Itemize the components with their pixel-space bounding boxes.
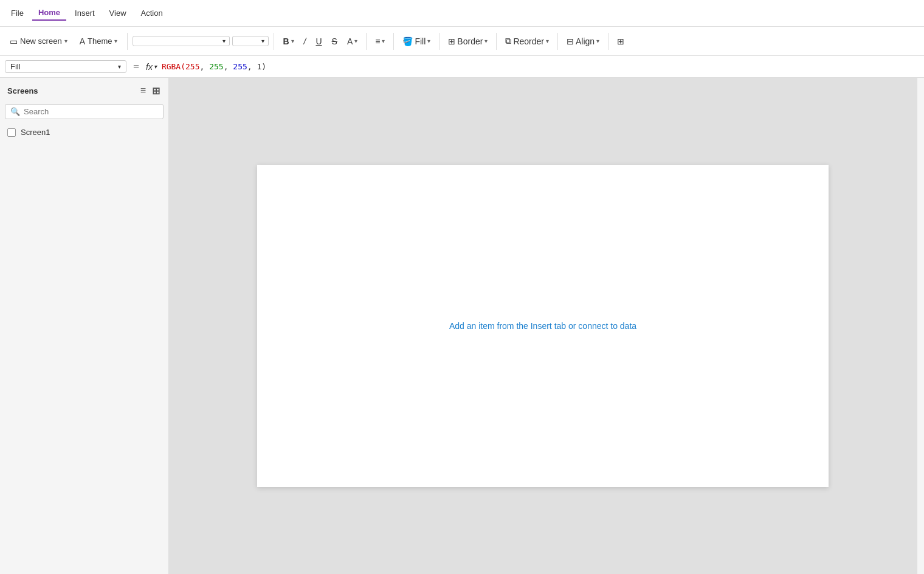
separator-5 — [439, 33, 440, 50]
sidebar-header: Screens ≡ ⊞ — [0, 78, 168, 104]
theme-label: Theme — [88, 36, 112, 46]
menu-bar: File Home Insert View Action — [0, 0, 924, 27]
formula-input-area[interactable]: RGBA(255, 255, 255, 1) — [162, 62, 919, 71]
theme-button[interactable]: A Theme ▾ — [75, 34, 123, 49]
underline-button[interactable]: U — [312, 34, 325, 49]
separator-3 — [366, 33, 367, 50]
italic-button[interactable]: / — [300, 34, 310, 49]
grid-view-icon[interactable]: ⊞ — [151, 84, 161, 98]
strikethrough-button[interactable]: S — [328, 34, 341, 49]
align2-label: Align — [576, 36, 595, 46]
separator-4 — [393, 33, 394, 50]
strikethrough-label: S — [332, 36, 337, 46]
screens-title: Screens — [7, 86, 38, 95]
bold-chevron-icon: ▾ — [291, 38, 294, 44]
bold-label: B — [283, 36, 289, 46]
fx-label: fx — [146, 62, 153, 72]
formula-comma1: , — [200, 62, 210, 71]
align2-icon: ⊟ — [567, 36, 574, 46]
list-view-icon[interactable]: ≡ — [139, 84, 147, 98]
fill-button[interactable]: 🪣 Fill ▾ — [399, 34, 434, 49]
search-input[interactable] — [24, 107, 158, 116]
reorder-icon: ⧉ — [505, 36, 511, 46]
italic-label: / — [304, 36, 306, 46]
canvas-content[interactable]: Add an item from the Insert tab or conne… — [257, 165, 829, 487]
new-screen-button[interactable]: ▭ New screen ▾ — [5, 34, 72, 49]
font-color-label: A — [347, 36, 353, 46]
formula-comma2: , — [224, 62, 233, 71]
screen-item[interactable]: Screen1 — [0, 124, 168, 140]
new-screen-icon: ▭ — [10, 36, 18, 46]
main-layout: Screens ≡ ⊞ 🔍 Screen1 Add an item from t… — [0, 78, 924, 574]
separator-7 — [557, 33, 558, 50]
connect-hint-link[interactable]: connect to data — [578, 321, 636, 331]
separator-2 — [274, 33, 274, 50]
formula-bar: Fill ▾ ＝ fx ▾ RGBA(255, 255, 255, 1) — [0, 56, 924, 78]
separator-1 — [127, 33, 128, 50]
separator-8 — [608, 33, 609, 50]
size-selector[interactable]: ▾ — [232, 36, 269, 46]
sidebar-header-icons: ≡ ⊞ — [139, 84, 161, 98]
toolbar: ▭ New screen ▾ A Theme ▾ ▾ ▾ B ▾ / U S A… — [0, 27, 924, 56]
font-color-button[interactable]: A ▾ — [343, 34, 361, 49]
align2-button[interactable]: ⊟ Align ▾ — [563, 34, 603, 49]
name-box-chevron-icon: ▾ — [118, 63, 121, 70]
formula-rgba-b: 255 — [233, 62, 247, 71]
font-color-chevron-icon: ▾ — [354, 38, 357, 44]
insert-hint-link[interactable]: Add an item from the Insert tab — [449, 321, 566, 331]
menu-home[interactable]: Home — [32, 5, 66, 21]
align-button[interactable]: ≡ ▾ — [371, 34, 388, 49]
align2-chevron-icon: ▾ — [596, 38, 599, 44]
size-chevron-icon: ▾ — [261, 38, 264, 44]
reorder-chevron-icon: ▾ — [546, 38, 549, 44]
formula-comma3: , — [247, 62, 257, 71]
formula-rgba-g: 255 — [209, 62, 223, 71]
border-button[interactable]: ⊞ Border ▾ — [444, 34, 491, 49]
formula-rgba-a: 1) — [257, 62, 266, 71]
sidebar: Screens ≡ ⊞ 🔍 Screen1 — [0, 78, 169, 574]
formula-equals-btn[interactable]: ＝ — [131, 60, 141, 73]
theme-chevron-icon: ▾ — [114, 38, 117, 44]
fill-icon: 🪣 — [402, 36, 413, 46]
border-chevron-icon: ▾ — [484, 38, 488, 44]
search-icon: 🔍 — [10, 107, 20, 116]
underline-label: U — [315, 36, 322, 46]
menu-file[interactable]: File — [5, 6, 30, 20]
more-options-button[interactable]: ⊞ — [613, 34, 628, 49]
screen-name: Screen1 — [21, 128, 50, 137]
theme-icon: A — [80, 36, 85, 46]
more-options-icon: ⊞ — [617, 36, 624, 46]
new-screen-chevron-icon: ▾ — [64, 38, 67, 44]
align-chevron-icon: ▾ — [382, 38, 385, 44]
reorder-button[interactable]: ⧉ Reorder ▾ — [502, 33, 553, 49]
font-selector[interactable]: ▾ — [133, 36, 230, 46]
reorder-label: Reorder — [513, 36, 544, 46]
font-chevron-icon: ▾ — [222, 38, 226, 44]
screen-checkbox[interactable] — [7, 128, 16, 137]
canvas-area: Add an item from the Insert tab or conne… — [169, 78, 917, 574]
formula-rgba-r: RGBA(255 — [162, 62, 200, 71]
fx-chevron-icon: ▾ — [154, 63, 157, 70]
name-box-value: Fill — [10, 62, 21, 71]
menu-insert[interactable]: Insert — [69, 6, 101, 20]
name-box[interactable]: Fill ▾ — [5, 60, 126, 73]
hint-or: or — [568, 321, 578, 331]
align-icon: ≡ — [375, 36, 380, 46]
fill-chevron-icon: ▾ — [427, 38, 430, 44]
border-label: Border — [457, 36, 483, 46]
canvas-hint: Add an item from the Insert tab or conne… — [449, 321, 636, 331]
menu-action[interactable]: Action — [135, 6, 169, 20]
bold-button[interactable]: B ▾ — [279, 34, 297, 49]
fill-label: Fill — [415, 36, 426, 46]
menu-view[interactable]: View — [103, 6, 133, 20]
new-screen-label: New screen — [20, 36, 62, 46]
right-panel — [917, 78, 924, 574]
formula-fx-btn[interactable]: fx ▾ — [146, 62, 157, 72]
separator-6 — [496, 33, 497, 50]
search-box[interactable]: 🔍 — [5, 104, 164, 119]
border-icon: ⊞ — [448, 36, 455, 46]
